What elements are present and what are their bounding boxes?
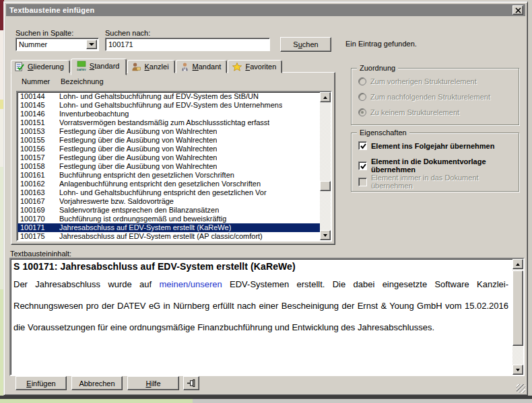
scrollbar-thumb[interactable] <box>320 181 331 191</box>
background-window-sliver-bottom-left <box>0 399 193 403</box>
scrollbar-thumb[interactable] <box>512 270 523 346</box>
list-item[interactable]: 100161Buchführung entspricht den gesetzl… <box>18 171 320 180</box>
title-bar[interactable]: Textbausteine einfügen <box>6 4 525 16</box>
background-window-sliver-right <box>527 0 532 403</box>
list-item[interactable]: 100153Festlegung über die Ausübung von W… <box>18 127 320 136</box>
tab-favoriten[interactable]: Favoriten <box>228 60 282 73</box>
radio-zu-keinem: Zu keinem Strukturelement <box>358 108 459 116</box>
checkbox-label: Element in die Dokumentvorlage übernehme… <box>371 157 519 174</box>
row-name: Festlegung über die Ausübung von Wahlrec… <box>59 153 217 162</box>
row-number: 100156 <box>20 145 59 153</box>
scrollbar-down-button[interactable] <box>512 365 523 375</box>
textbaustein-listbox[interactable]: 100144Lohn- und Gehaltsbuchführung auf E… <box>16 91 332 242</box>
search-button[interactable]: Suchen <box>280 37 331 52</box>
zuordnung-group: Zuordnung Zum vorherigen Strukturelement… <box>351 68 519 125</box>
tab-panel-standard: Nummer Bezeichnung 100144Lohn- und Gehal… <box>11 72 335 245</box>
dialog-textbausteine-einfuegen: Textbausteine einfügen Suchen in Spalte:… <box>3 1 528 396</box>
tab-gliederung[interactable]: Gliederung <box>11 60 70 73</box>
close-button[interactable] <box>512 5 523 15</box>
row-number: 100153 <box>20 127 59 136</box>
tab-label: Favoriten <box>245 63 276 71</box>
row-name: Lohn- und Gehaltsbuchführung auf EDV-Sys… <box>59 92 259 101</box>
search-column-label: Suchen in Spalte: <box>15 29 73 37</box>
row-number: 100175 <box>20 232 59 241</box>
arrow-up-icon <box>516 261 520 266</box>
outline-check-icon <box>15 62 25 72</box>
checkbox-dokumentvorlage[interactable]: Element in die Dokumentvorlage übernehme… <box>358 157 519 174</box>
tab-kanzlei[interactable]: Kanzlei <box>127 60 174 73</box>
push-pin-icon <box>187 378 197 388</box>
list-item[interactable]: 100145Lohn- und Gehaltsbuchführung auf E… <box>18 101 320 110</box>
row-number: 100157 <box>20 153 59 162</box>
screen: Textbausteine einfügen Suchen in Spalte:… <box>0 0 532 403</box>
list-item-selected[interactable]: 100171Jahresabschluss auf EDV-System ers… <box>18 223 320 232</box>
resize-grip[interactable] <box>517 384 525 393</box>
row-name: Anlagenbuchführung entspricht den gesetz… <box>59 180 261 188</box>
list-item[interactable]: 100157Festlegung über die Ausübung von W… <box>18 153 320 162</box>
content-heading: S 100171: Jahresabschluss auf EDV-System… <box>13 260 508 273</box>
content-scrollbar[interactable] <box>512 259 523 375</box>
list-item[interactable]: 100156Festlegung über die Ausübung von W… <box>18 145 320 153</box>
list-item[interactable]: 100144Lohn- und Gehaltsbuchführung auf E… <box>18 92 320 101</box>
row-name: Lohn- und Gehaltsbuchführung entspricht … <box>59 188 267 197</box>
chevron-down-icon <box>89 43 94 48</box>
eigenschaften-group: Eigenschaften Element ins Folgejahr über… <box>351 133 519 192</box>
content-text: S 100171: Jahresabschluss auf EDV-System… <box>13 260 508 338</box>
list-item[interactable]: 100167Vorjahreswerte bzw. Saldovorträge <box>18 197 320 206</box>
svg-text:DATEV: DATEV <box>77 68 86 71</box>
row-number: 100162 <box>20 180 59 188</box>
search-result-text: Ein Eintrag gefunden. <box>345 40 417 48</box>
row-name: Lohn- und Gehaltsbuchführung auf EDV-Sys… <box>59 101 282 110</box>
row-name: Festlegung über die Ausübung von Wahlrec… <box>59 145 217 153</box>
radio-icon <box>358 77 366 85</box>
list-item[interactable]: 100158Festlegung über die Ausübung von W… <box>18 162 320 171</box>
checkbox-label: Element immer in das Dokument übernehmen <box>371 174 519 190</box>
arrow-up-icon <box>323 94 327 99</box>
tab-label: Standard <box>90 62 120 70</box>
content-paragraph: Der Jahresabschluss wurde auf meinen/uns… <box>13 274 508 338</box>
zuordnung-group-title: Zuordnung <box>357 64 398 72</box>
search-column-combobox[interactable]: Nummer <box>15 38 99 51</box>
combobox-dropdown-button[interactable] <box>86 40 97 49</box>
help-button[interactable]: Hilfe <box>127 376 179 390</box>
list-item[interactable]: 100146Inventurbeobachtung <box>18 110 320 118</box>
checkbox-folgejahr[interactable]: Element ins Folgejahr übernehmen <box>358 141 494 150</box>
checkbox-label: Element ins Folgejahr übernehmen <box>371 142 494 150</box>
person-mandant-icon <box>180 62 190 72</box>
list-item[interactable]: 100169Saldenvorträge entsprechen den Bil… <box>18 206 320 215</box>
list-item[interactable]: 100170Buchführung ist ordnungsgemäß und … <box>18 215 320 223</box>
tab-label: Kanzlei <box>144 63 168 71</box>
radio-zum-vorherigen: Zum vorherigen Strukturelement <box>358 77 477 85</box>
insert-button[interactable]: Einfügen <box>15 376 67 390</box>
list-item[interactable]: 100155Festlegung über die Ausübung von W… <box>18 136 320 145</box>
cancel-button[interactable]: Abbrechen <box>71 376 123 390</box>
checkbox-checked-icon <box>358 141 367 150</box>
tab-mandant[interactable]: Mandant <box>176 60 228 73</box>
scrollbar-down-button[interactable] <box>320 230 331 240</box>
list-item[interactable]: 100175Jahresabschluss auf EDV-System ers… <box>18 232 320 241</box>
row-number: 100167 <box>20 197 59 206</box>
list-item[interactable]: 100162Anlagenbuchführung entspricht den … <box>18 180 320 188</box>
row-name: Festlegung über die Ausübung von Wahlrec… <box>59 136 217 145</box>
content-body-before: Der Jahresabschluss wurde auf <box>13 279 160 289</box>
pin-button[interactable] <box>183 376 199 390</box>
list-item[interactable]: 100151Vorratsvermögen bestandsmäßig zum … <box>18 118 320 127</box>
search-input[interactable] <box>105 38 270 51</box>
row-name: Buchführung ist ordnungsgemäß und beweis… <box>59 215 226 223</box>
tab-strip: Gliederung DATEV Standard Kanzlei <box>11 59 283 73</box>
scrollbar-up-button[interactable] <box>320 92 331 102</box>
scrollbar-up-button[interactable] <box>512 259 523 269</box>
radio-label: Zum nachfolgenden Strukturelement <box>370 93 490 101</box>
textbaustein-content-box[interactable]: S 100171: Jahresabschluss auf EDV-System… <box>9 258 525 376</box>
list-scrollbar[interactable] <box>320 92 331 240</box>
column-header-nummer: Nummer <box>22 77 50 85</box>
tab-standard[interactable]: DATEV Standard <box>71 59 127 75</box>
row-name: Inventurbeobachtung <box>59 110 129 118</box>
row-name: Buchführung entspricht den gesetzlichen … <box>59 171 234 180</box>
list-item[interactable]: 100163Lohn- und Gehaltsbuchführung entsp… <box>18 188 320 197</box>
radio-label: Zum vorherigen Strukturelement <box>370 77 477 85</box>
row-name: Festlegung über die Ausübung von Wahlrec… <box>59 127 217 136</box>
content-field-link[interactable]: meinen/unseren <box>160 279 222 289</box>
row-number: 100161 <box>20 171 59 180</box>
tab-label: Mandant <box>193 63 222 71</box>
